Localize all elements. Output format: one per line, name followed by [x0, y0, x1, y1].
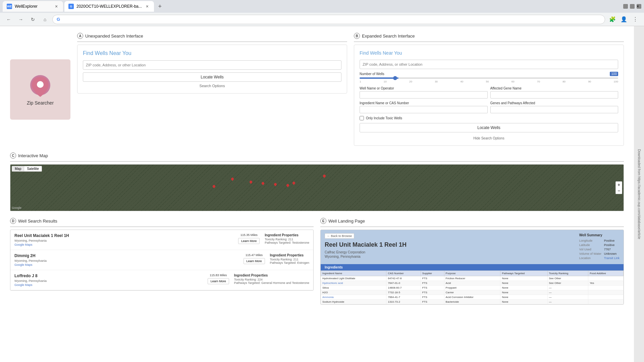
td-name: Silica — [321, 286, 386, 290]
learn-more-button-2[interactable]: Learn More — [244, 258, 265, 264]
tab-close-1[interactable]: × — [54, 4, 59, 9]
menu-button[interactable]: ⋮ — [631, 15, 640, 24]
ingredient-field: Ingredient Name or CAS Number — [360, 101, 488, 113]
learn-more-button-3[interactable]: Learn More — [208, 278, 229, 284]
genes-pathways-field: Genes and Pathways Affected — [490, 101, 619, 113]
well-name-input[interactable] — [360, 91, 488, 99]
td-name[interactable]: Hydrochloric acid — [321, 281, 386, 286]
result-map-link-3[interactable]: Google Maps — [14, 283, 203, 287]
section-c-header: C Interactive Map — [10, 153, 624, 159]
forward-button[interactable]: → — [16, 15, 25, 24]
tab-wellexplorer[interactable]: WE WellExplorer × — [3, 1, 63, 12]
summary-row-1: Longitude Positive — [579, 239, 620, 242]
browser-toolbar: ← → ↻ ⌂ G 🧩 👤 ⋮ — [0, 13, 644, 26]
tab-active[interactable]: G 2020OCT10-WELLEXPLORER-ba... × — [64, 1, 154, 12]
gene-name-input[interactable] — [490, 91, 619, 99]
td-food-additive — [588, 276, 624, 281]
slider-track — [360, 77, 618, 79]
result-info-3: Loffredo J 8 Wyoming, Pennsylvania Googl… — [14, 274, 203, 287]
ingredient-input[interactable] — [360, 106, 488, 113]
zip-search-input-a[interactable] — [83, 60, 341, 70]
section-b: B Expanded Search Interface Find Wells N… — [354, 33, 624, 146]
map-tab-satellite[interactable]: Satellite — [24, 166, 42, 171]
wells-slider[interactable]: 1 10 20 30 40 50 60 70 80 90 100 — [360, 77, 618, 83]
result-map-link-2[interactable]: Google Maps — [14, 263, 238, 266]
map-watermark: Google — [12, 206, 21, 209]
result-ingredient-3: Ingredient Properties Toxicity Ranking: … — [234, 274, 309, 285]
home-button[interactable]: ⌂ — [40, 15, 50, 24]
close-window-button[interactable]: × — [637, 4, 641, 9]
find-wells-title-b: Find Wells Near You — [360, 50, 618, 56]
search-options-link-a[interactable]: Search Options — [83, 84, 341, 88]
table-row: Sodium Hydroxide 1310-73-2 FTS Bacterici… — [321, 300, 624, 304]
th-toxicity: Toxicity Ranking — [547, 271, 588, 276]
td-toxicity: — — [547, 300, 588, 304]
locate-wells-button-b[interactable]: Locate Wells — [360, 123, 618, 132]
result-ingredient-2: Ingredient Properties Toxicity Ranking: … — [270, 253, 309, 264]
slider-thumb[interactable] — [393, 76, 397, 80]
section-b-header: B Expanded Search Interface — [354, 33, 624, 39]
gene-name-field: Affected Gene Name — [490, 86, 619, 99]
address-input[interactable] — [62, 17, 601, 22]
hide-options-link[interactable]: Hide Search Options — [360, 136, 618, 140]
result-ingredient-title-2: Ingredient Properties — [270, 253, 309, 257]
right-annotation: Downloaded from https://academic.oup.com… — [634, 26, 644, 362]
reload-button[interactable]: ↻ — [28, 15, 38, 24]
back-button[interactable]: ← — [4, 15, 13, 24]
td-food-additive — [588, 290, 624, 295]
learn-more-button-1[interactable]: Learn More — [238, 238, 260, 244]
tab-favicon-1: WE — [7, 4, 12, 9]
section-d: D Well Search Results Reel Unit Macialek… — [10, 218, 314, 305]
td-supplier: FTS — [421, 286, 444, 290]
result-item-3: Loffredo J 8 Wyoming, Pennsylvania Googl… — [10, 270, 313, 290]
back-to-browse-button[interactable]: ← Back to Browse — [325, 233, 354, 239]
section-d-header: D Well Search Results — [10, 218, 314, 224]
well-summary-box: Well Summary Longitude Positive Latitude… — [579, 233, 620, 261]
map-tab-map[interactable]: Map — [12, 166, 24, 171]
map-container[interactable]: Map Satellite + − — [10, 164, 624, 211]
td-name[interactable]: Ammonia — [321, 295, 386, 300]
extensions-button[interactable]: 🧩 — [608, 15, 617, 24]
landing-state: Wyoming, Pennsylvania — [325, 255, 579, 258]
content-area: Zip Searcher A Unexpanded Search Interfa… — [0, 26, 644, 362]
landing-well-name: Reel Unit Macialek 1 Reel 1H — [325, 241, 579, 248]
minimize-button[interactable] — [623, 4, 628, 9]
zip-search-input-b[interactable] — [360, 60, 618, 69]
result-toxicity-2: Toxicity Ranking: 211 — [270, 258, 309, 261]
wells-count-label: Number of Wells — [360, 72, 384, 76]
th-cas-number: CAS Number — [386, 271, 421, 276]
td-pathways: None — [500, 290, 547, 295]
zoom-out-button[interactable]: − — [616, 188, 622, 194]
section-a-header: A Unexpanded Search Interface — [77, 33, 347, 39]
tab-close-2[interactable]: × — [145, 4, 150, 9]
section-a-letter: A — [77, 33, 83, 39]
toxic-wells-checkbox[interactable] — [360, 116, 364, 120]
gene-name-label: Affected Gene Name — [490, 86, 619, 90]
main-content: Zip Searcher A Unexpanded Search Interfa… — [0, 26, 634, 362]
address-bar[interactable]: G — [52, 15, 605, 24]
genes-pathways-input[interactable] — [490, 106, 619, 113]
result-location-3: Wyoming, Pennsylvania — [14, 279, 203, 283]
locate-wells-button-a[interactable]: Locate Wells — [83, 72, 341, 82]
section-c-letter: C — [10, 153, 16, 159]
result-miles-3: 115.83 Miles — [210, 274, 227, 277]
account-button[interactable]: 👤 — [619, 15, 629, 24]
td-purpose: Friction Reducer — [444, 276, 500, 281]
td-pathways: None — [500, 300, 547, 304]
th-pathways: Pathways Targeted — [500, 271, 547, 276]
add-tab-button[interactable]: + — [155, 2, 165, 11]
section-d-divider — [10, 227, 314, 227]
td-purpose: Carrier — [444, 290, 500, 295]
result-map-link-1[interactable]: Google Maps — [14, 243, 233, 246]
ingredient-genes-row: Ingredient Name or CAS Number Genes and … — [360, 101, 618, 113]
td-name: H2O — [321, 290, 386, 295]
section-e-letter: E — [320, 218, 326, 224]
top-row: Zip Searcher A Unexpanded Search Interfa… — [10, 33, 624, 146]
td-supplier: FTS — [421, 290, 444, 295]
td-toxicity: — — [547, 290, 588, 295]
td-cas: 64742-47-8 — [386, 276, 421, 281]
maximize-button[interactable] — [630, 4, 635, 9]
well-summary-title: Well Summary — [579, 233, 620, 237]
zoom-in-button[interactable]: + — [616, 182, 622, 188]
result-miles-2: 115.47 Miles — [246, 253, 263, 257]
